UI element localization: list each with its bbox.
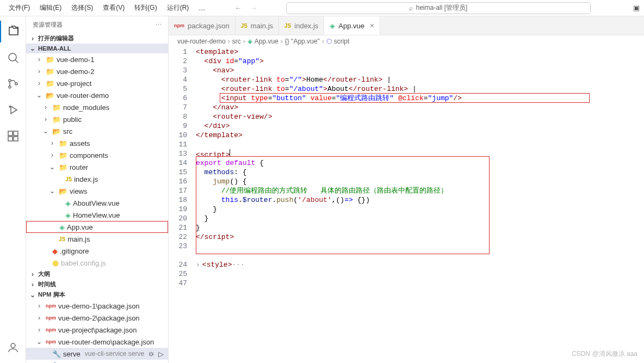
search-placeholder: heima-all [管理员] — [416, 3, 468, 13]
breadcrumb-sep-icon: › — [243, 38, 245, 45]
svg-point-0 — [9, 53, 16, 61]
tree-item-vue-demo-2[interactable]: ›📁vue-demo-2 — [26, 65, 168, 77]
npm-package[interactable]: ›npmvue-demo-2\package.json — [26, 312, 168, 324]
account-icon[interactable] — [0, 337, 26, 359]
tree-item-homeview-vue[interactable]: ◈HomeView.vue — [26, 209, 168, 221]
tab-main-js[interactable]: JSmain.js — [236, 16, 279, 35]
breadcrumb-item[interactable]: App.vue — [255, 38, 278, 45]
npm-scripts-section[interactable]: ⌄ NPM 脚本 — [26, 290, 168, 300]
breadcrumb-item[interactable]: src — [232, 38, 241, 45]
npm-label: NPM 脚本 — [38, 291, 65, 299]
tree-item-aboutview-vue[interactable]: ◈AboutView.vue — [26, 197, 168, 209]
tree-item-babel-config-js[interactable]: ⬤babel.config.js — [26, 257, 168, 269]
menu-goto[interactable]: 转到(G) — [130, 1, 161, 15]
tab-app-vue[interactable]: ◈App.vue× — [324, 16, 380, 35]
file-tree: ›📁vue-demo-1›📁vue-demo-2›📁vue-project⌄📂v… — [26, 53, 168, 269]
svg-point-1 — [9, 79, 11, 82]
open-editors-label: 打开的编辑器 — [38, 34, 74, 42]
gutter: 1234567891011131415161718192021222324254… — [169, 47, 196, 363]
workspace-root[interactable]: ⌄ HEIMA-ALL — [26, 44, 168, 53]
menubar: 文件(F) 编辑(E) 选择(S) 查看(V) 转到(G) 运行(R) … ← … — [0, 0, 644, 16]
breadcrumb[interactable]: vue-router-demo › src › ◈ App.vue › {} "… — [169, 35, 644, 47]
tree-item-views[interactable]: ⌄📂views — [26, 185, 168, 197]
chevron-down-icon: ⌄ — [28, 291, 37, 299]
tree-item-vue-demo-1[interactable]: ›📁vue-demo-1 — [26, 53, 168, 65]
explorer-icon[interactable] — [0, 21, 26, 42]
tree-item-main-js[interactable]: JSmain.js — [26, 233, 168, 245]
code-content[interactable]: <template> <div id="app"> <nav> <router-… — [196, 47, 644, 363]
outline-label: 大纲 — [38, 270, 50, 278]
tree-item-assets[interactable]: ›📁assets — [26, 137, 168, 149]
svg-rect-6 — [14, 131, 18, 136]
tree-item-vue-router-demo[interactable]: ⌄📂vue-router-demo — [26, 89, 168, 101]
tree-item-vue-project[interactable]: ›📁vue-project — [26, 77, 168, 89]
tree-item-public[interactable]: ›📁public — [26, 113, 168, 125]
menu-run[interactable]: 运行(R) — [163, 1, 194, 15]
menu-edit[interactable]: 编辑(E) — [35, 1, 66, 15]
watermark: CSDN @清风微凉 aaa — [572, 349, 637, 359]
chevron-right-icon: › — [28, 281, 37, 288]
breadcrumb-item[interactable]: script — [334, 38, 350, 45]
tree-item--gitignore[interactable]: ◆.gitignore — [26, 245, 168, 257]
tree-item-node-modules[interactable]: ›📁node_modules — [26, 101, 168, 113]
editor-area: npmpackage.jsonJSmain.jsJSindex.js◈App.v… — [169, 16, 644, 363]
npm-tree: ›npmvue-demo-1\package.json›npmvue-demo-… — [26, 300, 168, 363]
svg-rect-5 — [8, 131, 13, 136]
sidebar-more-icon[interactable]: ⋯ — [156, 21, 162, 28]
extensions-icon[interactable] — [0, 125, 26, 147]
menu-more[interactable]: … — [194, 2, 209, 14]
breadcrumb-sep-icon: › — [322, 38, 324, 45]
breadcrumb-sep-icon: › — [281, 38, 283, 45]
timeline-section[interactable]: › 时间线 — [26, 279, 168, 290]
chevron-right-icon: › — [28, 270, 37, 278]
root-label: HEIMA-ALL — [38, 45, 71, 52]
vue-icon: ◈ — [247, 38, 252, 45]
svg-point-9 — [11, 343, 15, 348]
code-editor[interactable]: 1234567891011131415161718192021222324254… — [169, 47, 644, 363]
svg-point-2 — [9, 86, 11, 88]
open-editors-section[interactable]: › 打开的编辑器 — [26, 33, 168, 44]
tree-item-src[interactable]: ⌄📂src — [26, 125, 168, 137]
npm-package[interactable]: ›npmvue-demo-1\package.json — [26, 300, 168, 312]
svg-point-4 — [9, 106, 10, 107]
tree-item-components[interactable]: ›📁components — [26, 149, 168, 161]
svg-rect-7 — [8, 137, 13, 141]
timeline-label: 时间线 — [38, 280, 56, 288]
search-icon: ⌕ — [409, 4, 413, 12]
nav-back-icon[interactable]: ← — [234, 4, 242, 12]
breadcrumb-item[interactable]: vue-router-demo — [177, 38, 226, 45]
outline-section[interactable]: › 大纲 — [26, 269, 168, 279]
debug-script-icon[interactable]: ⛭ — [148, 350, 155, 358]
search-activity-icon[interactable] — [0, 47, 26, 69]
tab-package-json[interactable]: npmpackage.json — [169, 16, 236, 35]
tree-item-router[interactable]: ⌄📁router — [26, 161, 168, 173]
breadcrumb-sep-icon: › — [228, 38, 230, 45]
tab-index-js[interactable]: JSindex.js — [279, 16, 324, 35]
tabs: npmpackage.jsonJSmain.jsJSindex.js◈App.v… — [169, 16, 644, 35]
command-center[interactable]: ⌕ heima-all [管理员] — [286, 2, 591, 14]
npm-package[interactable]: ›npmvue-project\package.json — [26, 324, 168, 336]
svg-rect-8 — [14, 137, 18, 141]
svg-point-3 — [15, 83, 17, 85]
nav-forward-icon[interactable]: → — [250, 4, 257, 12]
close-icon[interactable]: × — [370, 21, 374, 30]
tree-item-app-vue[interactable]: ◈App.vue — [26, 221, 168, 233]
npm-script-serve[interactable]: 🔧servevue-cli-service serve⛭▷ — [26, 348, 168, 360]
npm-script-build[interactable]: 🔧buildvue-cli-service build — [26, 360, 168, 363]
source-control-icon[interactable] — [0, 73, 26, 95]
debug-icon[interactable] — [0, 99, 26, 121]
npm-package[interactable]: ⌄npmvue-router-demo\package.json — [26, 336, 168, 348]
tree-item-index-js[interactable]: JSindex.js — [26, 173, 168, 185]
chevron-right-icon: › — [28, 35, 37, 42]
sidebar: 资源管理器 ⋯ › 打开的编辑器 ⌄ HEIMA-ALL ›📁vue-demo-… — [26, 16, 169, 363]
chevron-down-icon: ⌄ — [28, 45, 37, 52]
sidebar-title: 资源管理器 — [33, 21, 63, 29]
menu-file[interactable]: 文件(F) — [4, 1, 34, 15]
run-script-icon[interactable]: ▷ — [158, 350, 164, 358]
menu-view[interactable]: 查看(V) — [98, 1, 129, 15]
breadcrumb-item[interactable]: {} "App.vue" — [285, 38, 320, 45]
layout-icon[interactable]: ▣ — [633, 4, 640, 12]
activity-bar — [0, 16, 26, 363]
script-icon: ⬡ — [326, 38, 332, 45]
menu-select[interactable]: 选择(S) — [67, 1, 97, 15]
